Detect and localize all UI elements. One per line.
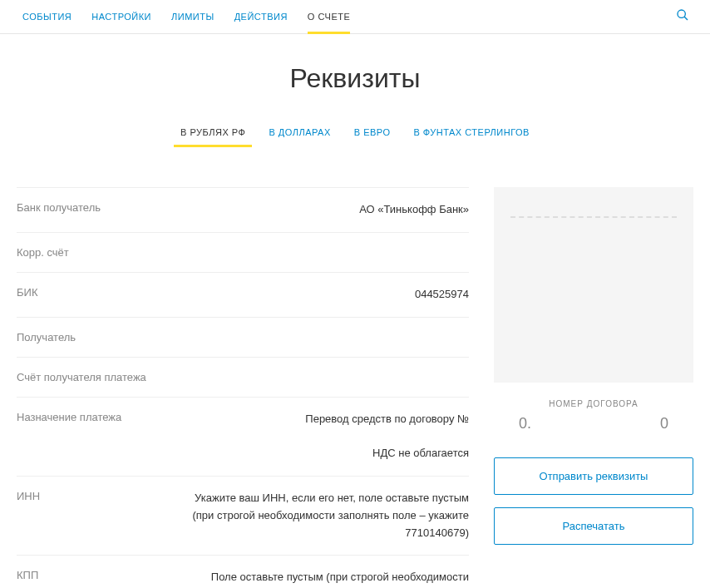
row-bic: БИК 044525974 bbox=[17, 273, 469, 318]
label-recipient: Получатель bbox=[17, 331, 175, 343]
row-recipient-account: Счёт получателя платежа bbox=[17, 358, 469, 398]
label-inn: ИНН bbox=[17, 490, 175, 502]
contract-number-left: 0. bbox=[519, 415, 531, 432]
row-recipient: Получатель bbox=[17, 318, 469, 358]
value-kpp: Поле оставьте пустым (при строгой необхо… bbox=[175, 569, 469, 588]
svg-point-0 bbox=[678, 10, 685, 17]
contract-number-value: 0. 0 bbox=[494, 415, 693, 432]
send-requisites-button[interactable]: Отправить реквизиты bbox=[494, 457, 693, 495]
row-inn: ИНН Укажите ваш ИНН, если его нет, поле … bbox=[17, 477, 469, 556]
currency-nav: В РУБЛЯХ РФ В ДОЛЛАРАХ В ЕВРО В ФУНТАХ С… bbox=[17, 119, 693, 146]
requisites-table: Банк получатель АО «Тинькофф Банк» Корр.… bbox=[17, 187, 469, 588]
tab-limits[interactable]: ЛИМИТЫ bbox=[161, 0, 224, 33]
subtab-eur[interactable]: В ЕВРО bbox=[343, 119, 402, 146]
subtab-gbp[interactable]: В ФУНТАХ СТЕРЛИНГОВ bbox=[402, 119, 540, 146]
value-inn: Укажите ваш ИНН, если его нет, поле оста… bbox=[175, 490, 469, 541]
value-bic: 044525974 bbox=[175, 286, 469, 304]
search-icon[interactable] bbox=[668, 0, 698, 33]
contract-number-right: 0 bbox=[660, 415, 668, 432]
tab-events[interactable]: СОБЫТИЯ bbox=[12, 0, 81, 33]
value-purpose: Перевод средств по договору № НДС не обл… bbox=[175, 411, 469, 462]
label-purpose: Назначение платежа bbox=[17, 411, 175, 423]
contract-number-label: НОМЕР ДОГОВОРА bbox=[494, 399, 693, 408]
row-bank: Банк получатель АО «Тинькофф Банк» bbox=[17, 187, 469, 233]
subtab-rub[interactable]: В РУБЛЯХ РФ bbox=[169, 119, 257, 146]
row-corr-account: Корр. счёт bbox=[17, 233, 469, 273]
svg-line-1 bbox=[684, 17, 688, 20]
sidebar: НОМЕР ДОГОВОРА 0. 0 Отправить реквизиты … bbox=[494, 187, 693, 557]
page-title: Реквизиты bbox=[17, 63, 693, 94]
value-bank: АО «Тинькофф Банк» bbox=[175, 201, 469, 219]
label-bic: БИК bbox=[17, 286, 175, 299]
subtab-usd[interactable]: В ДОЛЛАРАХ bbox=[257, 119, 342, 146]
preview-line bbox=[510, 216, 677, 218]
row-kpp: КПП Поле оставьте пустым (при строгой не… bbox=[17, 556, 469, 588]
label-recipient-account: Счёт получателя платежа bbox=[17, 371, 175, 383]
tab-settings[interactable]: НАСТРОЙКИ bbox=[81, 0, 161, 33]
label-kpp: КПП bbox=[17, 569, 175, 581]
row-purpose: Назначение платежа Перевод средств по до… bbox=[17, 398, 469, 477]
tab-about-account[interactable]: О СЧЕТЕ bbox=[298, 0, 360, 33]
tab-actions[interactable]: ДЕЙСТВИЯ bbox=[224, 0, 298, 33]
print-button[interactable]: Распечатать bbox=[494, 507, 693, 545]
label-corr-account: Корр. счёт bbox=[17, 246, 175, 259]
label-bank: Банк получатель bbox=[17, 201, 175, 214]
document-preview bbox=[494, 187, 693, 383]
top-nav: СОБЫТИЯ НАСТРОЙКИ ЛИМИТЫ ДЕЙСТВИЯ О СЧЕТ… bbox=[0, 0, 710, 34]
